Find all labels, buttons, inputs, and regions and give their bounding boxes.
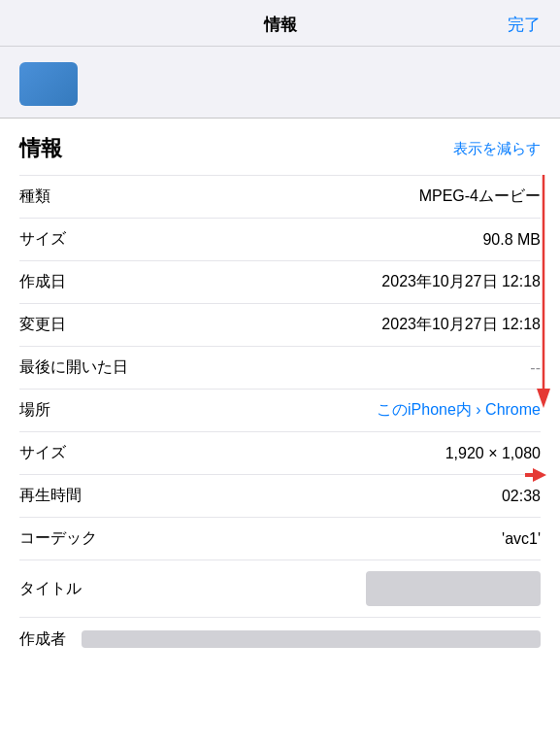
row-title: タイトル: [19, 560, 541, 618]
row-created: 作成日 2023年10月27日 12:18: [19, 261, 541, 304]
value-duration: 02:38: [97, 488, 541, 505]
scroll-arrow-indicator: [535, 175, 552, 408]
svg-rect-3: [525, 473, 535, 477]
value-type: MPEG-4ムービー: [66, 186, 541, 207]
row-codec: コーデック 'avc1': [19, 518, 541, 560]
label-codec: コーデック: [19, 528, 97, 549]
label-size: サイズ: [19, 229, 66, 250]
value-size: 90.8 MB: [82, 231, 541, 249]
arrow-size-annotation: [525, 464, 546, 486]
section-title: 情報: [19, 134, 62, 163]
top-area: [0, 47, 560, 118]
page-wrapper: 情報 完了 情報 表示を減らす 種類 MPEG-4ムービー サイズ 90.8 M…: [0, 0, 560, 661]
label-dimensions: サイズ: [19, 443, 66, 463]
nav-bar: 情報 完了: [0, 0, 560, 47]
row-last-opened: 最後に開いた日 --: [19, 347, 541, 390]
svg-marker-1: [537, 389, 550, 408]
label-created: 作成日: [19, 272, 66, 292]
row-dimensions: サイズ 1,920 × 1,080: [19, 432, 541, 475]
show-less-button[interactable]: 表示を減らす: [453, 140, 541, 158]
thumbnail: [19, 62, 78, 106]
label-author: 作成者: [19, 629, 66, 650]
value-last-opened: --: [144, 359, 541, 377]
row-modified: 変更日 2023年10月27日 12:18: [19, 304, 541, 347]
value-title: [366, 571, 541, 606]
value-codec: 'avc1': [113, 530, 541, 548]
row-duration: 再生時間 02:38: [19, 475, 541, 518]
row-location: 場所 このiPhone内 › Chrome: [19, 390, 541, 432]
value-created: 2023年10月27日 12:18: [82, 272, 541, 292]
row-type: 種類 MPEG-4ムービー: [19, 176, 541, 219]
done-button[interactable]: 完了: [508, 14, 541, 36]
svg-marker-2: [533, 468, 546, 482]
value-dimensions: 1,920 × 1,080: [82, 445, 541, 462]
section-header: 情報 表示を減らす: [19, 119, 541, 176]
info-section: 情報 表示を減らす 種類 MPEG-4ムービー サイズ 90.8 MB 作成日 …: [0, 119, 560, 661]
label-modified: 変更日: [19, 315, 66, 335]
row-author: 作成者: [19, 618, 541, 661]
label-last-opened: 最後に開いた日: [19, 357, 128, 378]
value-location[interactable]: このiPhone内 › Chrome: [66, 400, 541, 421]
label-title: タイトル: [19, 579, 82, 599]
value-author: [82, 630, 541, 648]
label-type: 種類: [19, 186, 50, 207]
label-location: 場所: [19, 400, 50, 421]
label-duration: 再生時間: [19, 486, 82, 506]
row-size: サイズ 90.8 MB: [19, 219, 541, 261]
value-modified: 2023年10月27日 12:18: [82, 315, 541, 335]
nav-title: 情報: [264, 14, 297, 36]
